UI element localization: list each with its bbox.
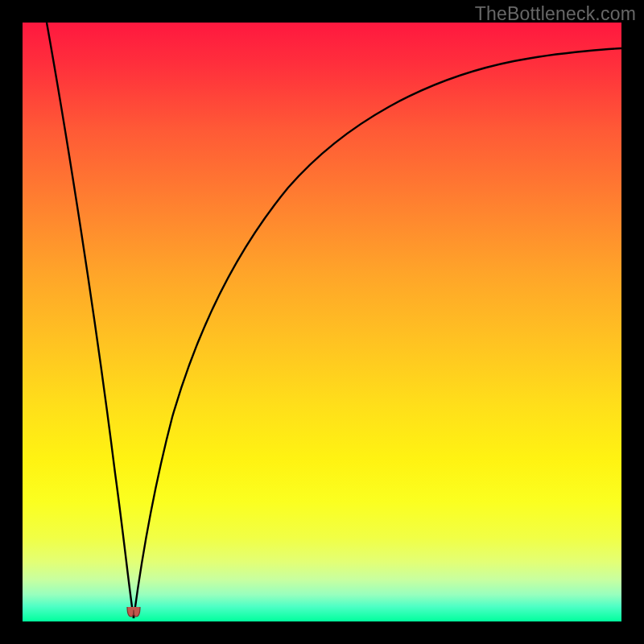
bottleneck-curve: [23, 23, 621, 621]
curve-right-branch: [134, 48, 621, 618]
optimum-marker: [125, 605, 142, 618]
curve-left-branch: [47, 23, 134, 618]
chart-frame: TheBottleneck.com: [0, 0, 644, 644]
plot-area: [23, 23, 621, 621]
u-notch-icon: [127, 607, 140, 617]
watermark-text: TheBottleneck.com: [475, 3, 636, 25]
